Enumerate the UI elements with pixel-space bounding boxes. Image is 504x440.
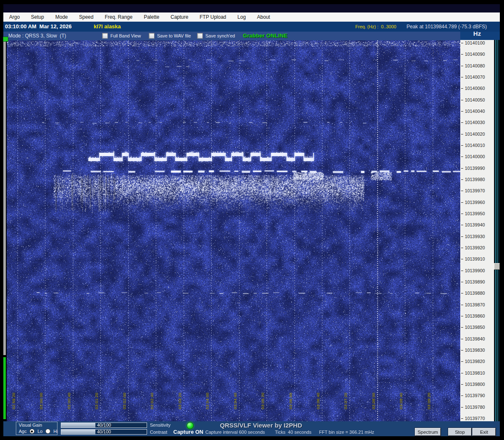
menu-item-argo[interactable]: Argo <box>9 14 20 20</box>
menu-item-about[interactable]: About <box>257 14 270 20</box>
freq-label: 10139990 <box>461 165 485 171</box>
checkbox-save-to-wav-file[interactable]: Save to WAV file <box>149 33 191 39</box>
freq-label: 10139790 <box>461 393 485 398</box>
freq-label: 10139950 <box>461 211 485 216</box>
menu-item-mode[interactable]: Mode <box>55 14 68 20</box>
freq-label: 10140050 <box>461 97 485 103</box>
freq-value: 10140090 <box>465 52 485 57</box>
checkbox-box-icon[interactable] <box>102 33 108 39</box>
freq-label: 10139900 <box>461 268 485 273</box>
freq-label: 10139880 <box>461 290 485 296</box>
checkbox-label: Save to WAV file <box>157 33 191 38</box>
freq-value: 10139810 <box>465 370 485 375</box>
radio-selected-dot <box>31 430 33 433</box>
freq-tick-icon <box>461 339 463 339</box>
freq-label: 10139930 <box>461 234 485 239</box>
stop-button[interactable]: Stop <box>448 428 472 436</box>
time-label: 03:00:40 <box>67 393 72 420</box>
freq-label: 10139980 <box>461 176 485 182</box>
freq-label: 10140060 <box>461 85 485 91</box>
contrast-slider[interactable]: 40/100 <box>61 429 147 435</box>
freq-tick-icon <box>461 54 463 55</box>
radio-agc[interactable] <box>30 429 35 434</box>
freq-label: 10139960 <box>461 199 485 205</box>
freq-label: 10139890 <box>461 279 485 285</box>
progress-gauge-fill <box>3 357 6 419</box>
freq-tick-icon <box>461 122 463 123</box>
freq-tick-icon <box>461 259 463 259</box>
bottom-control-bar: Visual Gain AgcLoHi 40/100 40/100 Sensit… <box>3 421 500 436</box>
waterfall-scrollbar[interactable] <box>494 40 500 421</box>
freq-value: 10140080 <box>465 63 485 68</box>
freq-tick-icon <box>461 191 463 191</box>
freq-label: 10140020 <box>461 131 485 137</box>
exit-button[interactable]: Exit <box>472 428 496 436</box>
time-label: 03:00:00 <box>39 393 45 420</box>
freq-value: 10139780 <box>465 405 485 410</box>
freq-value: 10140040 <box>465 109 485 114</box>
checkbox-box-icon[interactable] <box>197 33 203 39</box>
freq-value: 10139930 <box>465 234 485 239</box>
radio-label-lo: Lo <box>37 429 42 434</box>
radio-lo[interactable] <box>45 429 50 434</box>
mode-label: Mode : QRSS 3, Slow (T) <box>8 33 66 39</box>
freq-tick-icon <box>461 168 463 169</box>
mode-bar: Mode : QRSS 3, Slow (T) Grabber ONLINE F… <box>3 32 460 40</box>
freq-value: 10140100 <box>465 40 485 45</box>
menu-item-palette[interactable]: Palette <box>144 14 159 20</box>
menu-item-setup[interactable]: Setup <box>31 14 44 20</box>
menu-item-log[interactable]: Log <box>237 14 246 20</box>
freq-label: 10139780 <box>461 404 485 410</box>
freq-value: 10139900 <box>465 268 485 273</box>
freq-value: 10139920 <box>465 245 485 250</box>
freq-value: 10139940 <box>465 222 485 227</box>
slider-fill <box>61 423 95 428</box>
freq-value: 10140020 <box>465 132 485 137</box>
freq-value: 10140060 <box>465 86 485 91</box>
menu-item-ftp-upload[interactable]: FTP Upload <box>200 14 226 20</box>
checkbox-full-band-view[interactable]: Full Band View <box>102 33 141 39</box>
freq-value: 10140010 <box>465 143 485 148</box>
checkbox-save-synch-ed[interactable]: Save synch'ed <box>197 33 235 39</box>
freq-tick-icon <box>461 327 463 328</box>
peak-readout: Peak at 10139844.789 (-75.3 dBFS) <box>407 24 487 30</box>
menu-item-capture[interactable]: Capture <box>171 14 189 20</box>
freq-tick-icon <box>461 225 463 225</box>
freq-value: 10139980 <box>465 177 485 182</box>
menu-item-speed[interactable]: Speed <box>79 14 94 20</box>
freq-tick-icon <box>461 350 463 351</box>
freq-tick-icon <box>461 418 463 419</box>
menu-item-freq-range[interactable]: Freq. Range <box>105 14 132 20</box>
freq-tick-icon <box>461 157 463 157</box>
time-label: 03:04:00 <box>205 393 211 420</box>
freq-tick-icon <box>461 305 463 305</box>
checkbox-label: Save synch'ed <box>205 33 235 38</box>
sensitivity-slider[interactable]: 40/100 <box>61 423 147 428</box>
slider-value: 40/100 <box>97 423 111 428</box>
freq-value: 10139860 <box>465 313 485 318</box>
grabber-status: Grabber ONLINE <box>243 32 287 39</box>
slider-fill <box>61 430 95 434</box>
scrollbar-thumb[interactable] <box>494 263 500 270</box>
freq-value: 10140050 <box>465 97 485 102</box>
ticks-label: Ticks 40 seconds <box>275 430 312 435</box>
freq-tick-icon <box>461 77 463 77</box>
visual-gain-groupbox: Visual Gain AgcLoHi <box>16 422 57 435</box>
freq-label: 10139910 <box>461 256 485 262</box>
spectrum-button[interactable]: Spectrum <box>415 428 441 436</box>
freq-label: 10139870 <box>461 302 485 308</box>
freq-range-readout: Freq. (Hz) : 0..3000 <box>355 24 396 29</box>
time-label: 03:05:20 <box>260 393 266 420</box>
time-label: 03:09:20 <box>427 393 432 420</box>
freq-value: 10139870 <box>465 302 485 307</box>
progress-gauge-cap <box>3 37 8 42</box>
freq-label: 10140070 <box>461 74 485 80</box>
freq-value: 10139990 <box>465 166 485 171</box>
freq-label: 10139850 <box>461 324 485 330</box>
capture-status-label: Capture ON <box>173 429 203 435</box>
freq-label: 10140010 <box>461 142 485 148</box>
checkbox-box-icon[interactable] <box>149 33 155 39</box>
freq-tick-icon <box>461 248 463 248</box>
freq-value: 10139950 <box>465 211 485 216</box>
capture-led-icon <box>187 422 194 429</box>
